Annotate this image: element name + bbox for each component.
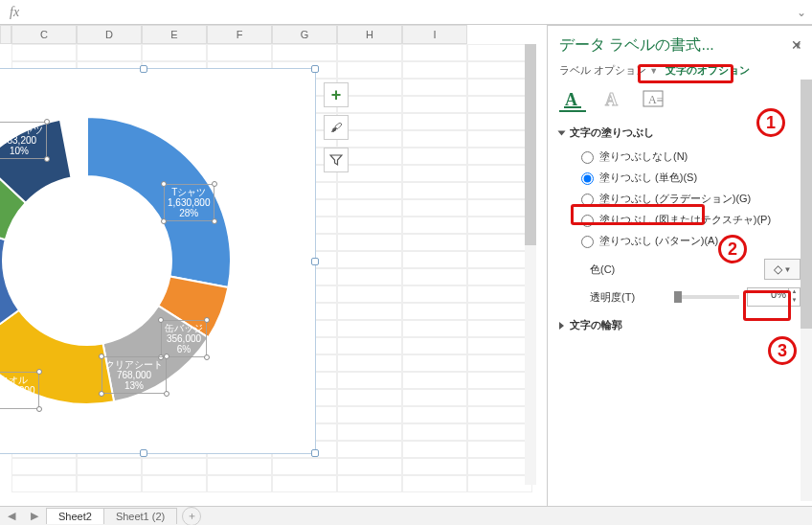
- svg-rect-1: [564, 106, 581, 108]
- main-area: C D E F G H I /* rows generated below vi…: [0, 25, 812, 506]
- transparency-input[interactable]: 0%▲▼: [747, 287, 801, 307]
- resize-handle[interactable]: [140, 65, 147, 73]
- text-fill-section-header[interactable]: 文字の塗りつぶし: [559, 126, 801, 140]
- sheet-tab-bar: ◀ ▶ Sheet2 Sheet1 (2) ＋: [0, 506, 812, 525]
- transparency-slider[interactable]: [674, 295, 739, 299]
- svg-text:A: A: [605, 90, 618, 109]
- vertical-scrollbar[interactable]: [525, 44, 536, 485]
- funnel-icon: [329, 153, 343, 167]
- radio-picture-fill[interactable]: 塗りつぶし (図またはテクスチャ)(P): [576, 209, 801, 230]
- triangle-icon: [558, 130, 566, 135]
- datalabel-clearsheet[interactable]: クリアシート 768,000 13%: [102, 356, 167, 394]
- text-effects-tab[interactable]: A: [599, 89, 626, 112]
- text-options-link[interactable]: 文字のオプション: [665, 63, 750, 78]
- text-a-outline-icon: A: [602, 90, 623, 109]
- spinner[interactable]: ▲▼: [788, 288, 800, 306]
- plus-icon: +: [331, 85, 342, 105]
- chart-styles-button[interactable]: 🖌: [324, 115, 349, 140]
- radio-solid-fill[interactable]: 塗りつぶし (単色)(S): [576, 167, 801, 188]
- fill-color-button[interactable]: ◇▼: [764, 259, 801, 280]
- formula-input[interactable]: [29, 3, 791, 22]
- col-header[interactable]: I: [402, 25, 467, 44]
- textbox-tab[interactable]: A≡: [640, 89, 666, 112]
- color-label: 色(C): [590, 262, 666, 277]
- format-pane: データ ラベルの書式... ▼ ✕ ラベル オプション ▼ 文字のオプション A…: [548, 25, 812, 506]
- annotation-circle-3: 3: [768, 336, 797, 365]
- text-fill-outline-tab[interactable]: A: [559, 89, 586, 112]
- formula-bar: fx ⌄: [0, 0, 812, 25]
- svg-text:A≡: A≡: [648, 93, 664, 106]
- resize-handle[interactable]: [311, 258, 319, 265]
- sheet-tab[interactable]: Sheet1 (2): [103, 508, 177, 524]
- chart-elements-button[interactable]: +: [324, 82, 349, 107]
- new-sheet-button[interactable]: ＋: [182, 507, 201, 526]
- resize-handle[interactable]: [140, 449, 147, 457]
- fx-icon[interactable]: fx: [0, 5, 29, 20]
- col-header[interactable]: H: [337, 25, 402, 44]
- chevron-down-icon: ▼: [784, 265, 792, 274]
- chart-object[interactable]: Tシャツ 1,630,800 28% 缶バッジ 356,000 6% クリアシー…: [0, 68, 316, 454]
- pane-title: データ ラベルの書式...: [559, 35, 789, 56]
- datalabel-can[interactable]: 缶バッジ 356,000 6%: [161, 320, 207, 357]
- worksheet-area: C D E F G H I /* rows generated below vi…: [0, 25, 548, 506]
- radio-no-fill[interactable]: 塗りつぶしなし(N): [576, 146, 801, 167]
- col-header[interactable]: G: [272, 25, 337, 44]
- brush-icon: 🖌: [330, 121, 342, 134]
- tab-nav-prev[interactable]: ◀: [0, 510, 23, 522]
- sheet-tab-active[interactable]: Sheet2: [46, 508, 104, 524]
- formula-expand-icon[interactable]: ⌄: [791, 0, 812, 24]
- transparency-label: 透明度(T): [590, 290, 666, 305]
- col-header[interactable]: D: [77, 25, 142, 44]
- tab-nav-next[interactable]: ▶: [23, 510, 46, 522]
- select-all-corner[interactable]: [0, 25, 11, 44]
- radio-gradient-fill[interactable]: 塗りつぶし (グラデーション)(G): [576, 188, 801, 209]
- pane-scrollbar[interactable]: [801, 80, 812, 501]
- col-header[interactable]: E: [142, 25, 207, 44]
- column-headers: C D E F G H I: [0, 25, 536, 44]
- col-header[interactable]: C: [11, 25, 77, 44]
- radio-pattern-fill[interactable]: 塗りつぶし (パターン)(A): [576, 230, 801, 251]
- a-box-icon: A≡: [643, 90, 664, 109]
- triangle-icon: [559, 322, 564, 330]
- text-outline-section-header[interactable]: 文字の輪郭: [559, 318, 801, 332]
- resize-handle[interactable]: [311, 65, 319, 73]
- datalabel-tshirt[interactable]: Tシャツ 1,630,800 28%: [164, 184, 214, 221]
- text-fill-icon: A: [562, 90, 583, 109]
- chart-filter-button[interactable]: [324, 148, 349, 172]
- datalabel-towel[interactable]: タオル 1,078,000 18%: [0, 372, 39, 409]
- bucket-icon: ◇: [774, 262, 782, 276]
- chevron-down-icon: ▼: [649, 66, 658, 76]
- close-button[interactable]: ✕: [791, 37, 802, 53]
- col-header[interactable]: F: [207, 25, 272, 44]
- datalabel-polo[interactable]: ポロシャツ 583,200 10%: [0, 122, 47, 159]
- label-options-link[interactable]: ラベル オプション ▼: [559, 63, 658, 78]
- resize-handle[interactable]: [311, 449, 319, 457]
